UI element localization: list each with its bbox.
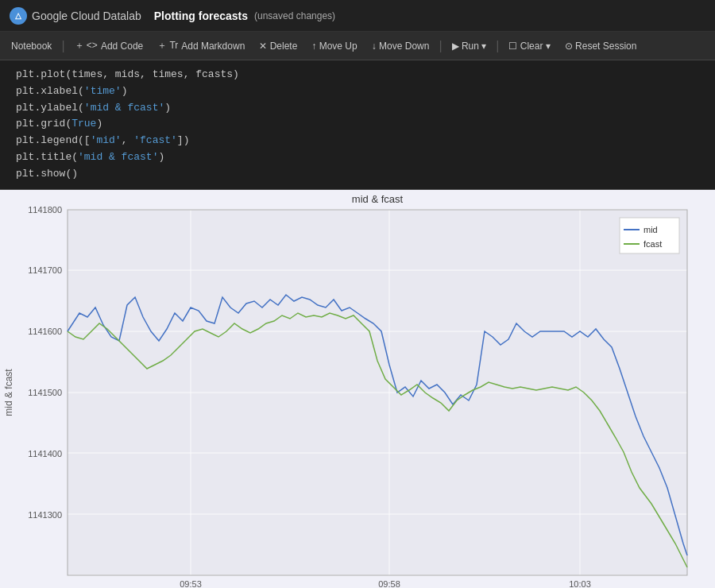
sep3: | [496, 39, 499, 53]
svg-text:mid & fcast: mid & fcast [3, 368, 14, 416]
code-line-5: plt.legend(['mid', 'fcast']) [16, 133, 707, 149]
svg-text:09:58: 09:58 [378, 579, 400, 588]
svg-text:10:03: 10:03 [569, 579, 591, 588]
add-code-button[interactable]: ＋ <> + <> Add Code Add Code [68, 37, 150, 55]
svg-text:1141700: 1141700 [28, 265, 62, 275]
logo-icon: △ [10, 7, 27, 25]
code-area: plt.plot(times, mids, times, fcasts) plt… [0, 60, 715, 190]
move-up-button[interactable]: ↑ Move Up [305, 38, 363, 54]
svg-text:mid: mid [644, 225, 658, 234]
add-code-icon: ＋ <> [75, 39, 98, 52]
topbar: △ Google Cloud Datalab Plotting forecast… [0, 0, 715, 32]
add-markdown-button[interactable]: ＋ Tr Add Markdown [151, 37, 251, 55]
svg-text:1141300: 1141300 [28, 510, 62, 520]
toolbar: Notebook | ＋ <> + <> Add Code Add Code ＋… [0, 32, 715, 60]
svg-text:09:53: 09:53 [180, 579, 202, 588]
unsaved-label: (unsaved changes) [254, 10, 335, 21]
add-md-icon: ＋ Tr [157, 39, 178, 52]
delete-button[interactable]: ✕ Delete [253, 38, 303, 54]
chart-container: 1141800 1141700 1141600 1141500 1141400 … [0, 190, 715, 588]
svg-text:mid & fcast: mid & fcast [352, 193, 404, 205]
code-line-3: plt.ylabel('mid & fcast') [16, 100, 707, 117]
svg-text:1141600: 1141600 [28, 327, 62, 336]
sep1: | [61, 39, 64, 53]
svg-text:1141400: 1141400 [28, 449, 62, 458]
notebook-button[interactable]: Notebook [5, 38, 58, 54]
code-line-6: plt.title('mid & fcast') [16, 149, 707, 166]
svg-text:1141800: 1141800 [28, 205, 62, 215]
svg-text:1141500: 1141500 [28, 388, 62, 397]
run-button[interactable]: ▶ Run ▾ [446, 38, 493, 54]
code-line-4: plt.grid(True) [16, 116, 707, 133]
code-line-7: plt.show() [16, 166, 707, 183]
sep2: | [439, 39, 442, 53]
brand-name: Google Cloud Datalab [32, 10, 141, 22]
logo-area: △ Google Cloud Datalab [10, 7, 141, 25]
page-title: Plotting forecasts [154, 10, 248, 22]
move-down-button[interactable]: ↓ Move Down [365, 38, 436, 54]
reset-session-button[interactable]: ⊙ Reset Session [558, 38, 644, 54]
code-line-2: plt.xlabel('time') [16, 83, 707, 100]
svg-text:fcast: fcast [644, 239, 662, 249]
clear-button[interactable]: ☐ Clear ▾ [502, 38, 556, 54]
code-line-1: plt.plot(times, mids, times, fcasts) [16, 67, 707, 83]
chart-svg: 1141800 1141700 1141600 1141500 1141400 … [0, 190, 715, 588]
